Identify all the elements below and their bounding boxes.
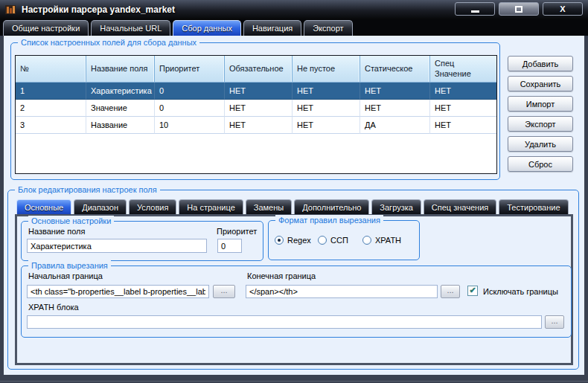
close-icon: X	[560, 5, 565, 13]
start-boundary-input[interactable]	[27, 285, 209, 298]
end-boundary-input[interactable]	[246, 285, 438, 298]
tab-additional[interactable]: Дополнительно	[294, 199, 369, 214]
cell-field-name: Характеристика	[86, 83, 155, 100]
exclude-boundaries-checkbox[interactable]: ✔	[467, 286, 478, 296]
field-editor-group: Блок редактирования настроек поля Основн…	[7, 190, 579, 370]
column-header-field-name[interactable]: Название поля	[86, 56, 155, 82]
tab-loading[interactable]: Загрузка	[371, 199, 421, 214]
xpath-block-label: XPATH блока	[28, 303, 79, 312]
import-button[interactable]: Импорт	[508, 96, 573, 112]
start-boundary-label: Начальная граница	[28, 271, 103, 280]
delete-button[interactable]: Удалить	[508, 136, 573, 152]
fields-list-group: Список настроенных полей для сбора данны…	[10, 42, 500, 180]
end-boundary-browse-button[interactable]: ...	[441, 285, 460, 298]
table-row[interactable]: 2 Значение 0 НЕТ НЕТ НЕТ НЕТ	[16, 100, 496, 117]
tab-conditions[interactable]: Условия	[129, 199, 176, 214]
cell-priority: 10	[155, 117, 225, 134]
rules-format-title: Формат правил вырезания	[275, 215, 383, 226]
titlebar[interactable]: Настройки парсера yandex_market X	[0, 0, 588, 19]
cell-priority: 0	[155, 100, 225, 117]
check-icon: ✔	[469, 286, 476, 295]
field-name-label: Название поля	[28, 227, 85, 236]
action-buttons: Добавить Сохранить Импорт Экспорт Удалит…	[508, 56, 573, 172]
basic-settings-title: Основные настройки	[28, 216, 114, 227]
reset-button[interactable]: Сброс	[508, 156, 573, 172]
tab-basic[interactable]: Основные	[16, 199, 71, 214]
priority-label: Приоритет	[217, 227, 257, 236]
cell-priority: 0	[155, 83, 225, 100]
add-button[interactable]: Добавить	[508, 56, 573, 71]
cell-required: НЕТ	[225, 100, 293, 117]
radio-dot-icon	[362, 236, 371, 245]
maximize-icon	[515, 6, 523, 13]
cell-field-name: Значение	[86, 100, 155, 117]
cell-number: 2	[16, 100, 86, 117]
tab-testing[interactable]: Тестирование	[499, 199, 568, 214]
parser-settings-window: Настройки парсера yandex_market X Общие …	[0, 0, 588, 383]
cutting-rules-title: Правила вырезания	[28, 260, 111, 271]
minimize-button[interactable]	[455, 2, 495, 16]
basic-tab-panel: Основные настройки Название поля Приорит…	[15, 214, 573, 365]
close-button[interactable]: X	[543, 2, 583, 16]
fields-table: № Название поля Приоритет Обязательное Н…	[15, 55, 497, 174]
tab-special-values[interactable]: Спец значения	[424, 199, 496, 214]
tab-export[interactable]: Экспорт	[304, 20, 352, 36]
radio-regex[interactable]: Regex	[275, 236, 311, 245]
window-title: Настройки парсера yandex_market	[22, 4, 175, 15]
editor-tab-bar: Основные Диапазон Условия На странице За…	[16, 199, 569, 214]
start-boundary-browse-button[interactable]: ...	[213, 285, 235, 298]
tab-on-page[interactable]: На странице	[179, 199, 243, 214]
xpath-block-input[interactable]	[27, 315, 542, 329]
cell-not-empty: НЕТ	[293, 83, 360, 100]
cell-special-value: НЕТ	[430, 117, 496, 134]
tab-general-settings[interactable]: Общие настройки	[3, 20, 89, 36]
tab-data-collection[interactable]: Сбор данных	[173, 20, 241, 36]
main-tab-bar: Общие настройки Начальные URL Сбор данны…	[0, 19, 588, 36]
save-button[interactable]: Сохранить	[508, 76, 573, 91]
basic-settings-group: Основные настройки Название поля Приорит…	[21, 221, 263, 261]
radio-ssp[interactable]: ССП	[318, 236, 348, 245]
window-content: Список настроенных полей для сбора данны…	[4, 36, 584, 375]
rules-format-group: Формат правил вырезания Regex ССП XPATH	[268, 220, 420, 260]
column-header-number[interactable]: №	[16, 56, 86, 82]
priority-input[interactable]	[217, 239, 242, 253]
exclude-boundaries-label: Исключать границы	[483, 287, 558, 296]
cell-required: НЕТ	[225, 117, 293, 134]
cell-number: 3	[16, 117, 86, 134]
cell-static: НЕТ	[360, 100, 430, 117]
column-header-static[interactable]: Статическое	[360, 56, 430, 82]
table-row[interactable]: 1 Характеристика 0 НЕТ НЕТ НЕТ НЕТ	[16, 83, 496, 100]
table-row[interactable]: 3 Название 10 НЕТ НЕТ ДА НЕТ	[16, 117, 496, 134]
cell-required: НЕТ	[225, 83, 293, 100]
cell-special-value: НЕТ	[430, 83, 496, 100]
field-name-input[interactable]	[27, 239, 207, 253]
export-button[interactable]: Экспорт	[508, 116, 573, 132]
cell-field-name: Название	[86, 117, 155, 134]
cell-not-empty: НЕТ	[293, 117, 360, 134]
field-editor-group-title: Блок редактирования настроек поля	[15, 184, 160, 196]
radio-dot-icon	[275, 236, 284, 245]
tab-range[interactable]: Диапазон	[74, 199, 127, 214]
cell-not-empty: НЕТ	[293, 100, 360, 117]
column-header-priority[interactable]: Приоритет	[155, 56, 225, 82]
column-header-required[interactable]: Обязательное	[225, 56, 293, 82]
column-header-not-empty[interactable]: Не пустое	[293, 56, 360, 82]
cutting-rules-group: Правила вырезания Начальная граница ... …	[21, 265, 572, 338]
cell-static: ДА	[360, 117, 430, 134]
radio-xpath[interactable]: XPATH	[362, 236, 401, 245]
cell-static: НЕТ	[360, 83, 430, 100]
tab-navigation[interactable]: Навигация	[243, 20, 301, 36]
maximize-button[interactable]	[499, 2, 539, 16]
xpath-block-browse-button[interactable]: ...	[545, 315, 564, 329]
app-icon	[4, 4, 16, 16]
tab-start-urls[interactable]: Начальные URL	[91, 20, 170, 36]
cell-number: 1	[16, 83, 86, 100]
window-controls: X	[455, 2, 583, 16]
radio-ssp-label: ССП	[330, 236, 348, 245]
fields-table-header: № Название поля Приоритет Обязательное Н…	[16, 56, 496, 83]
column-header-special-value[interactable]: Спец Значение	[430, 56, 496, 82]
end-boundary-label: Конечная граница	[247, 271, 316, 280]
tab-replacements[interactable]: Замены	[246, 199, 292, 214]
cell-special-value: НЕТ	[430, 100, 496, 117]
radio-dot-icon	[318, 236, 327, 245]
